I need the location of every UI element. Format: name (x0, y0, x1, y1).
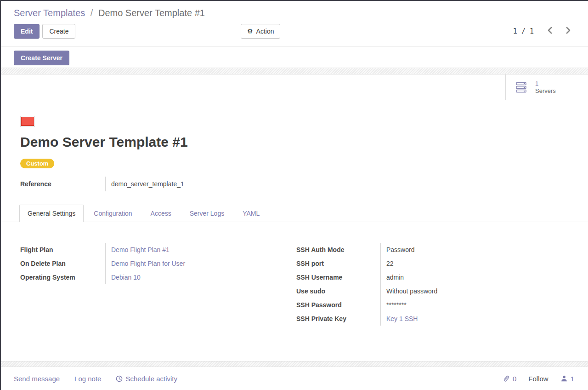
field-group-right: SSH Auth Mode Password SSH port 22 SSH U… (296, 243, 572, 326)
servers-stat-button[interactable]: 1 Servers (505, 75, 588, 100)
field-value-flight-plan[interactable]: Demo Flight Plan #1 (111, 246, 170, 253)
chatter-status: 0 Follow 1 (503, 375, 574, 383)
field-label-ssh-password: SSH Password (296, 298, 381, 312)
field-label-use-sudo: Use sudo (296, 284, 381, 298)
create-button[interactable]: Create (42, 24, 75, 39)
breadcrumb-parent-link[interactable]: Server Templates (14, 8, 85, 18)
form-sheet: Demo Server Template #1 Custom Reference… (1, 100, 588, 361)
send-message-link[interactable]: Send message (14, 375, 60, 383)
server-template-form-view: Server Templates / Demo Server Template … (0, 0, 588, 390)
breadcrumb-current: Demo Server Template #1 (98, 8, 205, 18)
breadcrumb-separator: / (90, 8, 93, 18)
create-server-button[interactable]: Create Server (14, 51, 69, 65)
control-panel: Server Templates / Demo Server Template … (1, 1, 588, 46)
breadcrumb: Server Templates / Demo Server Template … (14, 6, 575, 20)
chevron-left-icon (547, 27, 553, 34)
servers-count: 1 (535, 80, 556, 87)
custom-badge: Custom (20, 159, 54, 168)
tab-general-settings[interactable]: General Settings (19, 205, 84, 222)
action-menu-button[interactable]: ⚙︎ Action (241, 24, 280, 39)
field-value-on-delete-plan[interactable]: Demo Flight Plan for User (111, 260, 185, 267)
sheet-bottom-edge (1, 361, 588, 367)
field-label-flight-plan: Flight Plan (20, 243, 106, 257)
field-value-ssh-private-key[interactable]: Key 1 SSH (386, 315, 418, 322)
field-group-left: Flight Plan Demo Flight Plan #1 On Delet… (20, 243, 277, 284)
edit-button[interactable]: Edit (14, 24, 40, 39)
tab-configuration[interactable]: Configuration (85, 205, 140, 222)
field-label-on-delete-plan: On Delete Plan (20, 257, 106, 270)
record-image-fill (21, 117, 34, 126)
reference-label: Reference (20, 177, 106, 191)
pager-value: 1 / 1 (513, 27, 534, 35)
control-panel-buttons: Edit Create ⚙︎ Action 1 / 1 (14, 24, 575, 39)
field-value-ssh-port: 22 (381, 257, 572, 270)
user-icon (560, 375, 568, 382)
clock-icon (116, 375, 123, 382)
field-value-ssh-auth-mode: Password (381, 243, 572, 257)
field-label-ssh-auth-mode: SSH Auth Mode (296, 243, 381, 257)
reference-field-row: Reference demo_server_template_1 (20, 177, 277, 191)
servers-icon (516, 82, 529, 93)
field-value-ssh-username: admin (381, 270, 572, 284)
reference-value: demo_server_template_1 (106, 177, 277, 191)
tab-yaml[interactable]: YAML (234, 205, 268, 222)
object-buttons-row: Create Server (1, 46, 588, 68)
attachments-count: 0 (513, 375, 516, 383)
gear-icon: ⚙︎ (247, 27, 253, 35)
field-value-ssh-password: ******** (381, 298, 572, 312)
servers-label: Servers (535, 87, 556, 95)
record-image[interactable] (20, 116, 35, 127)
tab-access[interactable]: Access (142, 205, 180, 222)
log-note-link[interactable]: Log note (74, 375, 101, 383)
notebook-tabs: General Settings Configuration Access Se… (1, 204, 588, 222)
followers-count: 1 (571, 375, 574, 383)
field-label-ssh-private-key: SSH Private Key (296, 312, 381, 326)
chatter-actions: Send message Log note Schedule activity (14, 375, 177, 383)
paperclip-icon (503, 375, 510, 383)
field-label-operating-system: Operating System (20, 270, 106, 284)
attachments-button[interactable]: 0 (503, 375, 516, 383)
stat-button-text: 1 Servers (535, 80, 556, 95)
action-button-label: Action (256, 27, 274, 35)
field-label-ssh-port: SSH port (296, 257, 381, 270)
chatter-bar: Send message Log note Schedule activity … (1, 367, 588, 390)
pager: 1 / 1 (513, 26, 574, 36)
pager-next-button[interactable] (563, 26, 574, 36)
schedule-activity-link[interactable]: Schedule activity (116, 375, 177, 383)
field-value-operating-system[interactable]: Debian 10 (111, 274, 141, 281)
followers-button[interactable]: 1 (560, 375, 574, 383)
record-title: Demo Server Template #1 (20, 134, 188, 150)
pager-previous-button[interactable] (544, 26, 555, 36)
follow-button[interactable]: Follow (528, 375, 548, 383)
button-box: 1 Servers (1, 75, 588, 100)
schedule-activity-label: Schedule activity (125, 375, 177, 383)
sheet-top-edge (1, 68, 588, 75)
field-label-ssh-username: SSH Username (296, 270, 381, 284)
chevron-right-icon (565, 27, 571, 34)
field-value-use-sudo: Without password (381, 284, 572, 298)
pager-nav (544, 26, 574, 36)
tab-server-logs[interactable]: Server Logs (181, 205, 232, 222)
